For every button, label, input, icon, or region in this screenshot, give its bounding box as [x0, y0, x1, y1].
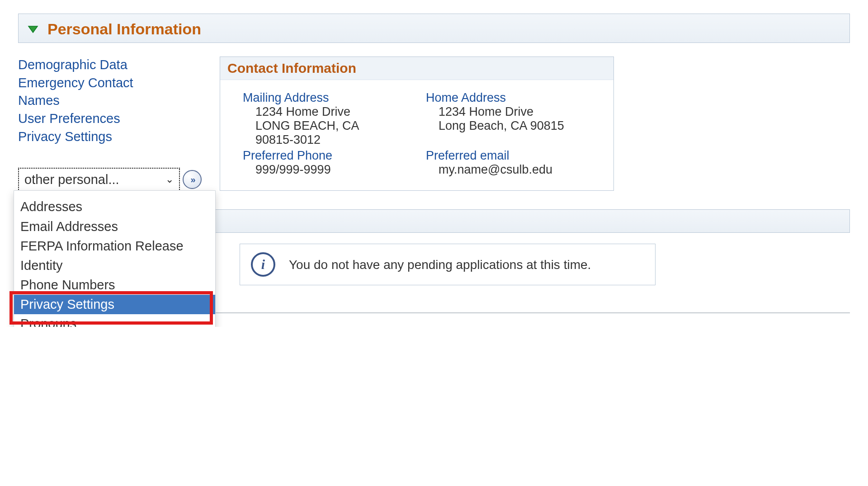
- home-address-line1: 1234 Home Drive: [426, 105, 595, 119]
- chevron-down-icon: ⌄: [165, 174, 174, 185]
- preferred-email-label[interactable]: Preferred email: [426, 149, 595, 163]
- info-icon: i: [251, 252, 275, 277]
- mailing-address-line3: 90815-3012: [243, 133, 412, 147]
- nav-link-demographic-data[interactable]: Demographic Data: [18, 57, 202, 74]
- section-title: Personal Information: [47, 20, 201, 38]
- dropdown-list: Addresses Email Addresses FERPA Informat…: [14, 190, 216, 327]
- preferred-email-value: my.name@csulb.edu: [426, 163, 595, 177]
- home-address-label[interactable]: Home Address: [426, 91, 595, 105]
- mailing-address-line2: LONG BEACH, CA: [243, 119, 412, 133]
- section-header[interactable]: Personal Information: [18, 14, 850, 43]
- dropdown-option-ferpa[interactable]: FERPA Information Release: [14, 236, 215, 256]
- preferred-phone-value: 999/999-9999: [243, 163, 412, 177]
- svg-marker-0: [28, 26, 38, 33]
- double-chevron-right-icon: »: [190, 175, 193, 185]
- application-status-box: i You do not have any pending applicatio…: [240, 244, 656, 285]
- home-address-line2: Long Beach, CA 90815: [426, 119, 595, 133]
- preferred-phone-label[interactable]: Preferred Phone: [243, 149, 412, 163]
- nav-link-names[interactable]: Names: [18, 92, 202, 109]
- contact-info-panel: Contact Information Mailing Address 1234…: [220, 57, 614, 191]
- dropdown-option-privacy-settings[interactable]: Privacy Settings: [14, 295, 215, 314]
- dropdown-option-phone-numbers[interactable]: Phone Numbers: [14, 275, 215, 295]
- dropdown-option-pronouns[interactable]: Pronouns: [14, 314, 215, 327]
- dropdown-option-addresses[interactable]: Addresses: [14, 197, 215, 217]
- application-status-message: You do not have any pending applications…: [289, 256, 591, 274]
- nav-link-privacy-settings[interactable]: Privacy Settings: [18, 128, 202, 146]
- go-button[interactable]: »: [183, 170, 202, 189]
- personal-info-nav: Demographic Data Emergency Contact Names…: [18, 57, 202, 191]
- other-personal-dropdown-wrap: other personal... ⌄ » Addresses Email Ad…: [18, 168, 202, 191]
- dropdown-option-identity[interactable]: Identity: [14, 256, 215, 275]
- contact-info-title: Contact Information: [220, 57, 613, 80]
- other-personal-dropdown[interactable]: other personal... ⌄: [18, 168, 180, 191]
- dropdown-option-email-addresses[interactable]: Email Addresses: [14, 217, 215, 236]
- collapse-triangle-icon[interactable]: [28, 25, 38, 34]
- mailing-address-line1: 1234 Home Drive: [243, 105, 412, 119]
- nav-link-user-preferences[interactable]: User Preferences: [18, 110, 202, 127]
- mailing-address-label[interactable]: Mailing Address: [243, 91, 412, 105]
- nav-link-emergency-contact[interactable]: Emergency Contact: [18, 75, 202, 92]
- dropdown-selected-value: other personal...: [24, 172, 119, 187]
